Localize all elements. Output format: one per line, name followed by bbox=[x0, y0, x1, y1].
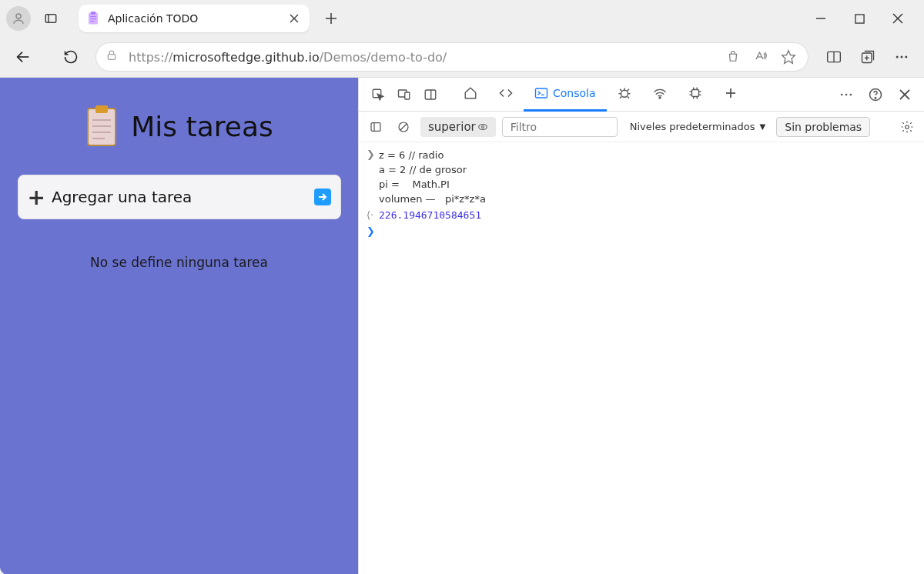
submit-task-button[interactable] bbox=[314, 189, 331, 205]
svg-line-47 bbox=[627, 89, 628, 91]
devtools-tab-sources[interactable] bbox=[607, 78, 642, 112]
svg-rect-13 bbox=[855, 14, 863, 22]
plus-icon bbox=[724, 86, 738, 100]
svg-point-66 bbox=[875, 97, 876, 98]
devtools-more-icon[interactable] bbox=[833, 82, 859, 108]
svg-rect-37 bbox=[405, 92, 410, 99]
more-menu-icon[interactable] bbox=[889, 44, 915, 70]
favorite-icon[interactable] bbox=[778, 47, 798, 67]
svg-rect-40 bbox=[536, 88, 547, 98]
devtools-tab-add[interactable] bbox=[713, 78, 748, 112]
browser-chrome: Aplicación TODO https://microsoftedge.gi bbox=[0, 0, 924, 78]
page-heading: Mis tareas bbox=[85, 105, 273, 147]
profile-icon[interactable] bbox=[6, 6, 31, 31]
svg-rect-6 bbox=[90, 18, 96, 19]
address-actions bbox=[723, 47, 798, 67]
devtools-tab-console[interactable]: Consola bbox=[524, 78, 607, 112]
back-button[interactable] bbox=[9, 43, 37, 71]
console-body: ❯ z = 6 // radio a = 2 // de grosor pi =… bbox=[359, 142, 924, 242]
clear-console-icon[interactable] bbox=[393, 116, 414, 138]
titlebar: Aplicación TODO bbox=[0, 0, 924, 37]
log-levels-selector[interactable]: Niveles predeterminados bbox=[630, 121, 755, 132]
svg-rect-33 bbox=[92, 138, 105, 139]
devtools-close-icon[interactable] bbox=[892, 82, 918, 108]
maximize-button[interactable] bbox=[849, 8, 870, 29]
devtools-tab-network[interactable] bbox=[642, 78, 678, 112]
refresh-button[interactable] bbox=[57, 43, 85, 71]
issues-button[interactable]: Sin problemas bbox=[776, 117, 870, 137]
svg-line-46 bbox=[620, 89, 621, 91]
content-split: Mis tareas + Agregar una tarea No se def… bbox=[0, 78, 924, 574]
output-chevron-icon: ⟨· bbox=[367, 209, 379, 221]
address-bar[interactable]: https://microsoftedge.github.io/Demos/de… bbox=[95, 42, 808, 72]
chevron-down-icon: ▼ bbox=[760, 122, 766, 131]
devtools-tabs: Consola bbox=[359, 78, 924, 112]
add-task-placeholder: Agregar una tarea bbox=[52, 188, 192, 206]
minimize-button[interactable] bbox=[810, 8, 832, 29]
read-aloud-icon[interactable] bbox=[751, 47, 771, 67]
shopping-icon[interactable] bbox=[723, 47, 743, 67]
svg-rect-29 bbox=[95, 105, 108, 113]
dock-side-icon[interactable] bbox=[417, 82, 444, 108]
devtools-tab-elements[interactable] bbox=[488, 78, 524, 112]
svg-rect-30 bbox=[92, 119, 111, 121]
clipboard-icon bbox=[85, 105, 119, 147]
inspect-icon[interactable] bbox=[365, 82, 391, 108]
new-tab-button[interactable] bbox=[317, 5, 345, 32]
input-chevron-icon: ❯ bbox=[367, 149, 379, 160]
svg-point-62 bbox=[841, 93, 843, 95]
svg-rect-69 bbox=[371, 122, 380, 131]
collections-icon[interactable] bbox=[855, 44, 881, 70]
console-toolbar: superior Niveles predeterminados ▼ Sin p… bbox=[359, 112, 924, 142]
tab-close-button[interactable] bbox=[286, 11, 302, 26]
browser-tab[interactable]: Aplicación TODO bbox=[79, 5, 310, 32]
console-icon bbox=[534, 86, 548, 100]
console-result: 226.1946710584651 bbox=[379, 209, 481, 221]
devtools-panel: Consola superior Niveles predeterminados… bbox=[358, 78, 924, 574]
console-input-entry: ❯ z = 6 // radio a = 2 // de grosor pi =… bbox=[367, 147, 916, 208]
svg-point-64 bbox=[850, 93, 852, 95]
console-filter-input[interactable] bbox=[502, 117, 618, 137]
svg-line-49 bbox=[627, 97, 628, 98]
split-screen-icon[interactable] bbox=[821, 44, 847, 70]
svg-rect-1 bbox=[45, 15, 56, 23]
svg-rect-7 bbox=[90, 21, 94, 22]
svg-rect-4 bbox=[91, 12, 95, 15]
add-task-input[interactable]: + Agregar una tarea bbox=[18, 175, 341, 219]
svg-rect-31 bbox=[92, 125, 111, 127]
window-controls bbox=[801, 8, 918, 29]
svg-point-25 bbox=[896, 56, 899, 58]
home-icon bbox=[464, 86, 477, 100]
close-window-button[interactable] bbox=[887, 8, 909, 29]
svg-point-63 bbox=[845, 93, 848, 95]
svg-point-73 bbox=[479, 124, 487, 129]
svg-point-26 bbox=[901, 56, 903, 58]
tab-actions-icon[interactable] bbox=[38, 6, 63, 31]
svg-marker-19 bbox=[782, 51, 795, 64]
network-icon bbox=[653, 86, 667, 100]
svg-line-48 bbox=[620, 97, 621, 98]
site-info-lock-icon[interactable] bbox=[105, 49, 121, 65]
device-toggle-icon[interactable] bbox=[391, 82, 417, 108]
empty-state-text: No se define ninguna tarea bbox=[90, 255, 268, 270]
console-settings-icon[interactable] bbox=[896, 116, 918, 138]
console-code: z = 6 // radio a = 2 // de grosor pi = M… bbox=[379, 149, 486, 206]
tab-title: Aplicación TODO bbox=[108, 12, 286, 25]
console-context-selector[interactable]: superior bbox=[420, 117, 496, 137]
devtools-tab-welcome[interactable] bbox=[453, 78, 488, 112]
console-prompt[interactable]: ❯ bbox=[367, 222, 916, 237]
svg-point-0 bbox=[16, 14, 21, 18]
svg-rect-17 bbox=[108, 55, 115, 60]
plus-icon: + bbox=[28, 185, 45, 210]
svg-line-72 bbox=[400, 124, 407, 130]
svg-point-74 bbox=[481, 125, 484, 128]
svg-rect-32 bbox=[92, 132, 111, 133]
devtools-help-icon[interactable] bbox=[862, 82, 889, 108]
toggle-sidebar-icon[interactable] bbox=[365, 116, 387, 138]
devtools-tab-performance[interactable] bbox=[678, 78, 713, 112]
svg-point-75 bbox=[906, 125, 909, 128]
url-text: https://microsoftedge.github.io/Demos/de… bbox=[129, 50, 447, 65]
console-tab-label: Consola bbox=[553, 87, 596, 99]
svg-rect-51 bbox=[691, 90, 698, 97]
bug-icon bbox=[618, 86, 631, 100]
